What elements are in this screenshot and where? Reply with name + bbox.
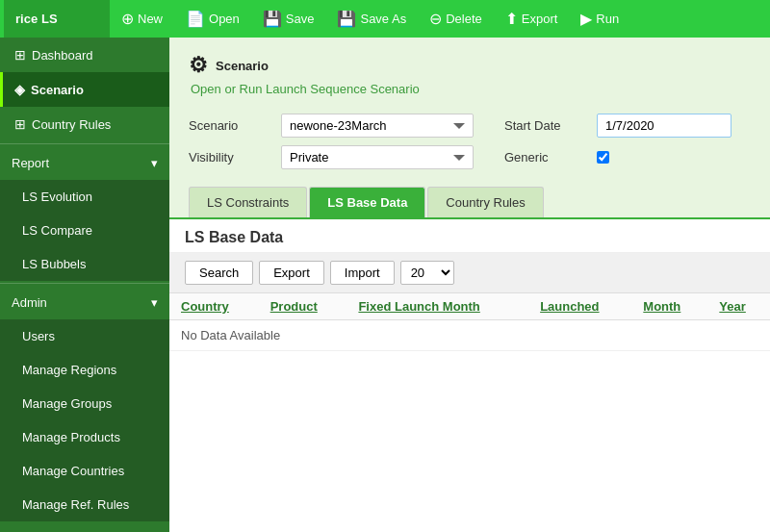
chevron-down-icon-admin: ▾ <box>151 295 158 310</box>
generic-checkbox-wrap <box>597 151 609 164</box>
data-table: Country Product Fixed Launch Month Launc… <box>169 293 770 351</box>
open-icon: 📄 <box>186 10 205 28</box>
main-content: ⚙ Scenario Open or Run Launch Sequence S… <box>169 38 770 532</box>
table-area: LS Base Data Search Export Import 20 10 … <box>169 217 770 532</box>
country-rules-icon: ⊞ <box>14 116 26 132</box>
export-button[interactable]: ⬆ Export <box>494 0 570 38</box>
table-title: LS Base Data <box>169 219 770 253</box>
no-data-cell: No Data Available <box>169 320 770 351</box>
import-button[interactable]: Import <box>330 261 395 285</box>
open-button[interactable]: 📄 Open <box>174 0 251 38</box>
per-page-select[interactable]: 20 10 50 100 <box>400 261 454 285</box>
sidebar-users[interactable]: Users <box>0 319 169 353</box>
col-fixed-launch-month[interactable]: Fixed Launch Month <box>346 293 528 320</box>
sidebar-manage-groups[interactable]: Manage Groups <box>0 387 169 420</box>
visibility-label: Visibility <box>189 150 266 165</box>
sidebar-ls-bubbels[interactable]: LS Bubbels <box>0 247 169 281</box>
tab-country-rules[interactable]: Country Rules <box>427 187 543 217</box>
start-date-label: Start Date <box>504 118 581 133</box>
col-month[interactable]: Month <box>631 293 707 320</box>
export-table-button[interactable]: Export <box>259 261 324 285</box>
scenario-select[interactable]: newone-23March <box>281 114 474 138</box>
layout: ⊞ Dashboard ◈ Scenario ⊞ Country Rules R… <box>0 38 770 532</box>
dashboard-icon: ⊞ <box>14 47 26 63</box>
delete-icon: ⊖ <box>429 10 442 28</box>
brand-tag: LS <box>41 12 58 26</box>
sidebar-divider-1 <box>0 143 169 144</box>
new-button[interactable]: ⊕ New <box>110 0 174 38</box>
start-date-input[interactable] <box>597 114 732 138</box>
new-icon: ⊕ <box>121 10 134 28</box>
save-icon: 💾 <box>263 10 282 28</box>
generic-checkbox[interactable] <box>597 151 609 164</box>
sidebar-ls-evolution[interactable]: LS Evolution <box>0 180 169 214</box>
page-title: ⚙ Scenario <box>189 53 751 78</box>
visibility-select[interactable]: Private <box>281 145 474 169</box>
toolbar: rice LS ⊕ New 📄 Open 💾 Save 💾 Save As ⊖ … <box>0 0 770 38</box>
run-button[interactable]: ▶ Run <box>569 0 630 38</box>
save-as-icon: 💾 <box>337 10 356 28</box>
tab-ls-constraints[interactable]: LS Constraints <box>189 187 307 217</box>
sidebar-admin[interactable]: Admin ▾ <box>0 286 169 319</box>
sidebar-country-rules[interactable]: ⊞ Country Rules <box>0 107 169 141</box>
generic-label: Generic <box>504 150 581 165</box>
brand: rice LS <box>4 0 110 38</box>
sidebar-report[interactable]: Report ▾ <box>0 146 169 180</box>
scenario-gear-icon: ⚙ <box>189 53 208 78</box>
delete-button[interactable]: ⊖ Delete <box>418 0 494 38</box>
save-as-button[interactable]: 💾 Save As <box>325 0 418 38</box>
col-launched[interactable]: Launched <box>528 293 631 320</box>
sidebar-collapse-button[interactable]: « <box>0 521 169 532</box>
col-year[interactable]: Year <box>707 293 770 320</box>
sidebar-divider-2 <box>0 283 169 284</box>
page-subtitle: Open or Run Launch Sequence Scenario <box>191 82 751 96</box>
form-section: Scenario newone-23March Start Date Visib… <box>169 104 770 179</box>
tabs-bar: LS Constraints LS Base Data Country Rule… <box>169 187 770 217</box>
sidebar-manage-countries[interactable]: Manage Countries <box>0 454 169 488</box>
visibility-row: Visibility Private Generic <box>189 145 751 169</box>
chevron-down-icon: ▾ <box>151 156 158 170</box>
sidebar: ⊞ Dashboard ◈ Scenario ⊞ Country Rules R… <box>0 38 169 532</box>
sidebar-manage-regions[interactable]: Manage Regions <box>0 353 169 387</box>
col-country[interactable]: Country <box>169 293 259 320</box>
sidebar-ls-compare[interactable]: LS Compare <box>0 214 169 247</box>
page-header: ⚙ Scenario Open or Run Launch Sequence S… <box>169 38 770 104</box>
export-icon: ⬆ <box>505 10 518 28</box>
table-toolbar: Search Export Import 20 10 50 100 <box>169 253 770 293</box>
brand-name: rice <box>15 12 38 26</box>
sidebar-manage-products[interactable]: Manage Products <box>0 420 169 454</box>
search-button[interactable]: Search <box>185 261 253 285</box>
run-icon: ▶ <box>580 10 592 28</box>
scenario-label: Scenario <box>189 118 266 133</box>
no-data-row: No Data Available <box>169 320 770 351</box>
scenario-icon: ◈ <box>14 82 25 97</box>
col-product[interactable]: Product <box>259 293 347 320</box>
save-button[interactable]: 💾 Save <box>251 0 326 38</box>
scenario-row: Scenario newone-23March Start Date <box>189 114 751 138</box>
sidebar-dashboard[interactable]: ⊞ Dashboard <box>0 38 169 72</box>
sidebar-manage-ref-rules[interactable]: Manage Ref. Rules <box>0 488 169 521</box>
sidebar-scenario[interactable]: ◈ Scenario <box>0 72 169 107</box>
tab-ls-base-data[interactable]: LS Base Data <box>309 187 425 217</box>
